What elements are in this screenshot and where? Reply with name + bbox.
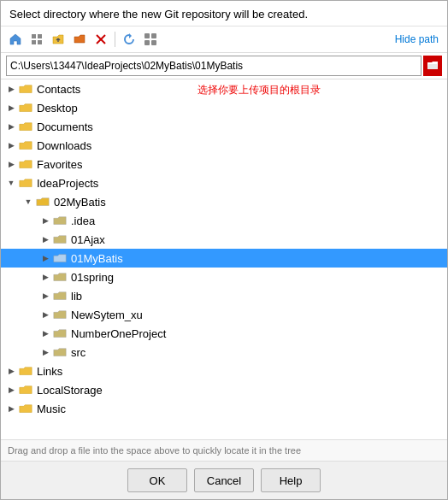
tree-label-ideaprojects: IdeaProjects — [37, 177, 98, 190]
tree-arrow-favorites: ▶ — [4, 157, 18, 171]
tree-label-01spring: 01spring — [71, 271, 114, 284]
tree-label-idea: .idea — [71, 215, 95, 227]
tree-item-documents[interactable]: ▶ Documents — [1, 117, 447, 136]
tree-item-music[interactable]: ▶ Music — [1, 399, 447, 418]
tree-label-numberoneproject: NumberOneProject — [71, 327, 166, 340]
dialog: Select directory where the new Git repos… — [0, 0, 448, 500]
folder-icon-numberoneproject — [52, 326, 68, 341]
tree-arrow-localstorage: ▶ — [4, 383, 18, 397]
folder-icon-localstorage — [18, 382, 33, 397]
svg-rect-6 — [144, 33, 150, 38]
tree-item-downloads[interactable]: ▶ Downloads — [1, 136, 447, 155]
path-input[interactable] — [6, 56, 421, 76]
svg-rect-7 — [151, 33, 156, 38]
tree-item-01ajax[interactable]: ▶ 01Ajax — [1, 230, 447, 249]
tree-label-localstorage: LocalStorage — [37, 384, 103, 397]
tree-label-02mybatis: 02MyBatis — [54, 196, 106, 209]
svg-rect-2 — [32, 40, 36, 44]
folder-icon-02mybatis — [35, 194, 50, 209]
tree-item-numberoneproject[interactable]: ▶ NumberOneProject — [1, 324, 447, 343]
folder-icon-01spring — [52, 269, 68, 285]
folder-up-icon-btn[interactable] — [49, 30, 68, 49]
tree-item-src[interactable]: ▶ src — [1, 343, 447, 362]
tree-arrow-01spring: ▶ — [38, 270, 52, 284]
tree-arrow-01ajax: ▶ — [38, 232, 52, 246]
apps-icon-btn[interactable] — [141, 30, 160, 49]
folder-icon-01mybatis — [52, 250, 68, 266]
dialog-buttons: OK Cancel Help — [1, 462, 447, 499]
tree-item-01mybatis[interactable]: ▶ 01MyBatis — [1, 249, 447, 268]
tree-container[interactable]: 选择你要上传项目的根目录 ▶ Contacts▶ Desktop▶ Docume… — [1, 79, 447, 440]
svg-rect-0 — [32, 34, 36, 38]
tree-label-contacts: Contacts — [37, 83, 80, 96]
folder-icon-01ajax — [52, 232, 68, 247]
dialog-header: Select directory where the new Git repos… — [1, 1, 447, 26]
folder-icon-music — [18, 401, 33, 416]
tree-arrow-lib: ▶ — [38, 289, 52, 303]
folder-icon-downloads — [18, 138, 33, 153]
tree-item-newsytem_xu[interactable]: ▶ NewSytem_xu — [1, 305, 447, 324]
svg-rect-1 — [38, 34, 42, 38]
grid-icon-btn[interactable] — [27, 30, 46, 49]
tree-label-newsytem_xu: NewSytem_xu — [71, 309, 143, 321]
header-text: Select directory where the new Git repos… — [9, 8, 308, 21]
svg-rect-9 — [151, 40, 156, 45]
tree-item-localstorage[interactable]: ▶ LocalStorage — [1, 380, 447, 399]
tree-label-favorites: Favorites — [37, 158, 82, 171]
path-bar — [1, 53, 447, 79]
tree-arrow-src: ▶ — [38, 345, 52, 359]
tree-arrow-music: ▶ — [4, 402, 18, 415]
tree-item-favorites[interactable]: ▶ Favorites — [1, 155, 447, 174]
tree-label-downloads: Downloads — [37, 139, 91, 152]
tree-item-contacts[interactable]: ▶ Contacts — [1, 79, 447, 98]
tree-item-02mybatis[interactable]: ▼ 02MyBatis — [1, 192, 447, 211]
toolbar: Hide path — [1, 26, 447, 53]
tree-arrow-downloads: ▶ — [4, 138, 18, 152]
help-button[interactable]: Help — [261, 468, 321, 492]
folder-icon-idea — [52, 213, 68, 228]
tree-label-01mybatis: 01MyBatis — [71, 252, 123, 265]
folder-icon-contacts — [18, 81, 33, 97]
tree-item-links[interactable]: ▶ Links — [1, 362, 447, 380]
folder-icon-desktop — [18, 100, 33, 115]
path-browse-icon[interactable] — [423, 56, 442, 76]
tree-arrow-contacts: ▶ — [4, 82, 18, 96]
delete-icon-btn[interactable] — [91, 30, 110, 49]
home-icon-btn[interactable] — [6, 30, 25, 49]
tree-arrow-01mybatis: ▶ — [38, 251, 52, 265]
tree-arrow-idea: ▶ — [38, 214, 52, 227]
tree-arrow-newsytem_xu: ▶ — [38, 308, 52, 321]
tree-arrow-documents: ▶ — [4, 120, 18, 133]
ok-button[interactable]: OK — [127, 468, 187, 492]
folder-icon-favorites — [18, 156, 33, 172]
folder-icon-src — [52, 344, 68, 360]
tree-label-music: Music — [37, 403, 66, 415]
svg-rect-3 — [38, 40, 42, 44]
tree-arrow-02mybatis: ▼ — [21, 195, 35, 209]
tree-item-idea[interactable]: ▶ .idea — [1, 211, 447, 230]
tree-arrow-desktop: ▶ — [4, 101, 18, 115]
footer-hint: Drag and drop a file into the space abov… — [1, 440, 447, 462]
folder-icon-ideaprojects — [18, 175, 33, 191]
folder-icon-documents — [18, 119, 33, 134]
folder-icon-newsytem_xu — [52, 307, 68, 322]
tree-item-01spring[interactable]: ▶ 01spring — [1, 268, 447, 286]
cancel-button[interactable]: Cancel — [194, 468, 254, 492]
tree-label-01ajax: 01Ajax — [71, 233, 105, 246]
hide-path-button[interactable]: Hide path — [392, 32, 442, 47]
tree-arrow-ideaprojects: ▼ — [4, 176, 18, 190]
new-folder-icon-btn[interactable] — [70, 30, 89, 49]
tree-label-desktop: Desktop — [37, 102, 78, 115]
tree-item-desktop[interactable]: ▶ Desktop — [1, 98, 447, 117]
tree-label-links: Links — [37, 365, 62, 378]
tree-item-lib[interactable]: ▶ lib — [1, 286, 447, 305]
tree-label-src: src — [71, 346, 85, 359]
tree-label-documents: Documents — [37, 121, 93, 133]
tree-arrow-links: ▶ — [4, 364, 18, 378]
folder-icon-links — [18, 363, 33, 379]
refresh-icon-btn[interactable] — [120, 30, 139, 49]
tree-arrow-numberoneproject: ▶ — [38, 326, 52, 340]
svg-rect-8 — [144, 40, 150, 45]
toolbar-separator — [115, 32, 115, 47]
tree-item-ideaprojects[interactable]: ▼ IdeaProjects — [1, 174, 447, 192]
